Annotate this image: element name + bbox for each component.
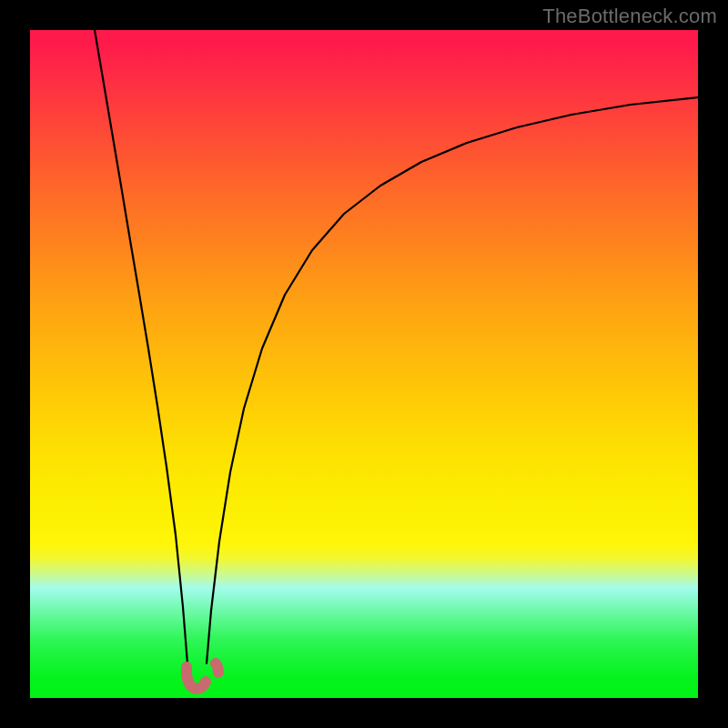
curve-right_branch [207,97,698,663]
watermark-text: TheBottleneck.com [542,5,717,28]
curve-svg [30,30,698,698]
curve-left_branch [95,30,187,663]
chart-frame: TheBottleneck.com [0,0,728,728]
trough-mark-0 [187,667,191,686]
trough-mark-2 [216,663,218,672]
plot-area [30,30,698,698]
trough-mark-1 [194,682,206,689]
